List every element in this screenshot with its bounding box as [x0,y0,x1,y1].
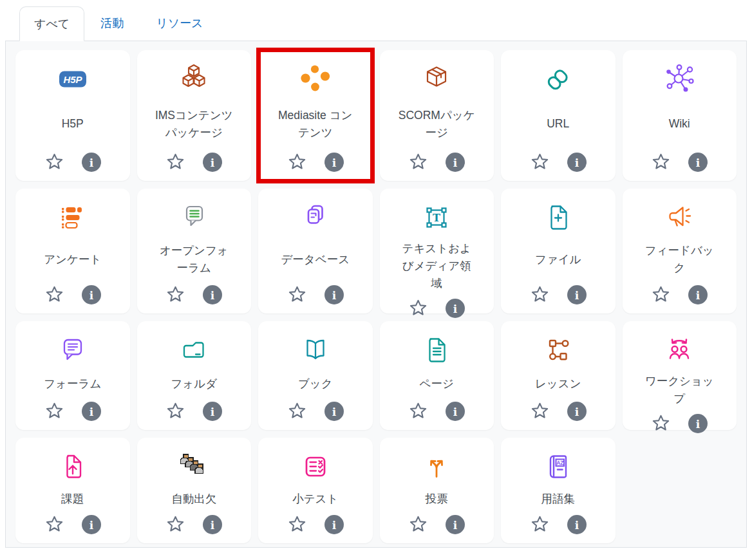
info-icon[interactable]: i [324,285,344,304]
svg-text:H5P: H5P [63,74,82,85]
star-outline-icon[interactable] [408,298,428,318]
star-outline-icon[interactable] [651,152,671,172]
info-icon[interactable]: i [446,402,465,421]
activity-card-label: 投票 [426,489,448,509]
text-selection-icon: T [421,200,452,235]
folder-icon [178,333,209,368]
star-outline-icon[interactable] [408,401,428,421]
activity-card-quiz[interactable]: 小テスト i [258,438,373,543]
star-outline-icon[interactable] [408,514,428,534]
svg-text:i: i [332,518,337,531]
activity-card-lesson[interactable]: レッスン i [501,321,616,430]
activity-card-label: ページ [420,373,454,395]
star-outline-icon[interactable] [651,413,671,433]
star-outline-icon[interactable] [165,401,185,421]
info-icon[interactable]: i [567,285,587,304]
activity-card-glossary[interactable]: AZ 用語集 i [501,438,616,543]
info-icon[interactable]: i [324,515,344,534]
info-icon[interactable]: i [688,285,708,304]
star-outline-icon[interactable] [165,514,185,534]
info-icon[interactable]: i [82,153,101,172]
svg-text:i: i [696,288,700,301]
activity-card-textmedia[interactable]: T テキストおよびメディア領域 i [380,189,494,313]
info-icon[interactable]: i [567,153,587,172]
page-doc-icon [421,333,452,368]
star-outline-icon[interactable] [44,152,64,172]
megaphone-icon [664,200,695,235]
svg-text:i: i [211,156,215,169]
activity-card-file[interactable]: ファイル i [501,189,616,313]
star-outline-icon[interactable] [408,152,428,172]
info-icon[interactable]: i [82,515,101,534]
star-outline-icon[interactable] [287,152,307,172]
activity-card-label: ワークショップ [639,373,719,407]
info-icon[interactable]: i [567,515,587,534]
star-outline-icon[interactable] [287,514,307,534]
activity-card-label: 用語集 [541,489,576,509]
star-outline-icon[interactable] [530,285,550,304]
star-outline-icon[interactable] [44,285,64,304]
stacked-pages-icon [300,200,331,235]
activity-card-mediasite[interactable]: Mediasite コンテンツ i [258,50,373,181]
activity-card-folder[interactable]: フォルダ i [137,321,252,430]
activity-card-imscp[interactable]: IMSコンテンツパッケージ i [137,50,252,181]
star-outline-icon[interactable] [651,285,671,304]
info-icon[interactable]: i [446,515,465,534]
activity-card-label: 小テスト [292,489,338,509]
star-outline-icon[interactable] [530,401,550,421]
activity-card-wiki[interactable]: Wiki i [623,50,737,181]
star-outline-icon[interactable] [44,514,64,534]
star-outline-icon[interactable] [165,285,185,304]
activity-card-assignment[interactable]: 課題 i [15,438,130,543]
info-icon[interactable]: i [203,285,222,304]
svg-text:T: T [433,212,440,224]
star-outline-icon[interactable] [44,401,64,421]
svg-text:i: i [89,518,94,531]
svg-text:i: i [453,302,458,315]
activity-card-label: ブック [298,373,333,395]
activity-card-url[interactable]: URL i [501,50,616,181]
activity-card-feedback[interactable]: フィードバック i [623,189,737,313]
info-icon[interactable]: i [446,299,465,318]
info-icon[interactable]: i [688,153,708,172]
info-icon[interactable]: i [82,285,101,304]
activity-card-choice[interactable]: 投票 i [380,438,494,543]
activity-card-database[interactable]: データベース i [258,189,373,313]
activity-card-forum[interactable]: フォーラム i [15,321,130,430]
activity-card-scorm[interactable]: SCORMパッケージ i [380,50,494,181]
activity-card-page[interactable]: ページ i [380,321,494,430]
activity-card-label: データベース [281,240,350,279]
activity-card-survey[interactable]: アンケート i [15,189,130,313]
chain-link-icon [543,62,574,97]
info-icon[interactable]: i [324,402,344,421]
star-outline-icon[interactable] [287,285,307,304]
info-icon[interactable]: i [203,515,222,534]
svg-text:i: i [575,405,579,418]
activity-card-attendance[interactable]: 自動出欠 i [137,438,252,543]
svg-text:i: i [453,405,458,418]
tab-activities[interactable]: 活動 [84,6,140,41]
network-hub-icon [664,62,695,97]
people-exchange-icon [664,333,695,368]
info-icon[interactable]: i [688,414,708,433]
info-icon[interactable]: i [203,153,222,172]
star-outline-icon[interactable] [165,152,185,172]
branch-arrows-icon [421,449,452,484]
tab-all[interactable]: すべて [19,6,84,41]
info-icon[interactable]: i [324,153,344,172]
svg-text:i: i [453,518,458,531]
info-icon[interactable]: i [203,402,222,421]
info-icon[interactable]: i [82,402,101,421]
star-outline-icon[interactable] [530,152,550,172]
star-outline-icon[interactable] [530,514,550,534]
star-outline-icon[interactable] [287,401,307,421]
activity-card-openforum[interactable]: オープンフォーラム i [137,189,252,313]
activity-card-label: Wiki [669,102,690,146]
tab-resources[interactable]: リソース [140,6,219,41]
activity-card-h5p[interactable]: H5P H5P i [15,50,130,181]
info-icon[interactable]: i [446,153,465,172]
activity-card-label: ファイル [535,240,581,279]
activity-card-workshop[interactable]: ワークショップ i [623,321,737,430]
activity-card-book[interactable]: ブック i [258,321,373,430]
info-icon[interactable]: i [567,402,587,421]
